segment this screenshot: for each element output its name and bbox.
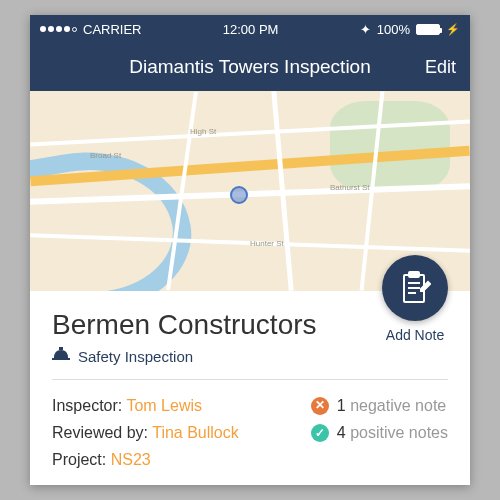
negative-text: negative note — [350, 397, 446, 414]
signal-icon — [40, 26, 77, 32]
status-right: ✦ 100% ⚡ — [360, 22, 460, 37]
inspector-row: Inspector: Tom Lewis — [52, 392, 239, 419]
battery-percent: 100% — [377, 22, 410, 37]
reviewed-row: Reviewed by: Tina Bullock — [52, 419, 239, 446]
page-title: Diamantis Towers Inspection — [129, 56, 370, 78]
positive-badge-icon: ✓ — [311, 424, 329, 442]
status-time: 12:00 PM — [223, 22, 279, 37]
battery-icon — [416, 24, 440, 35]
bluetooth-icon: ✦ — [360, 22, 371, 37]
nav-bar: Diamantis Towers Inspection Edit — [30, 43, 470, 91]
content-area: Add Note Bermen Constructors Safety Insp… — [30, 291, 470, 485]
positive-note-row[interactable]: ✓ 4 positive notes — [311, 419, 448, 446]
divider — [52, 379, 448, 380]
project-value[interactable]: NS23 — [111, 451, 151, 468]
edit-button[interactable]: Edit — [425, 57, 456, 78]
details-section: Inspector: Tom Lewis Reviewed by: Tina B… — [52, 392, 448, 474]
charging-icon: ⚡ — [446, 23, 460, 36]
negative-note-row[interactable]: ✕ 1 negative note — [311, 392, 448, 419]
add-note-label: Add Note — [386, 327, 444, 343]
notes-summary: ✕ 1 negative note ✓ 4 positive notes — [311, 392, 448, 474]
positive-count: 4 — [337, 424, 346, 441]
clipboard-edit-icon — [399, 271, 431, 305]
negative-badge-icon: ✕ — [311, 397, 329, 415]
inspector-label: Inspector: — [52, 397, 126, 414]
negative-count: 1 — [337, 397, 346, 414]
status-bar: CARRIER 12:00 PM ✦ 100% ⚡ — [30, 15, 470, 43]
inspection-type-row: Safety Inspection — [52, 347, 448, 365]
inspector-value[interactable]: Tom Lewis — [126, 397, 202, 414]
positive-text: positive notes — [350, 424, 448, 441]
inspection-type-label: Safety Inspection — [78, 348, 193, 365]
svg-rect-1 — [409, 272, 419, 277]
carrier-label: CARRIER — [83, 22, 142, 37]
project-row: Project: NS23 — [52, 446, 239, 473]
add-note-wrap: Add Note — [382, 255, 448, 343]
detail-fields: Inspector: Tom Lewis Reviewed by: Tina B… — [52, 392, 239, 474]
hardhat-icon — [52, 347, 70, 365]
phone-frame: CARRIER 12:00 PM ✦ 100% ⚡ Diamantis Towe… — [30, 15, 470, 485]
reviewed-label: Reviewed by: — [52, 424, 152, 441]
location-pin-icon[interactable] — [230, 186, 248, 204]
reviewed-value[interactable]: Tina Bullock — [152, 424, 239, 441]
project-label: Project: — [52, 451, 111, 468]
add-note-button[interactable] — [382, 255, 448, 321]
status-left: CARRIER — [40, 22, 142, 37]
